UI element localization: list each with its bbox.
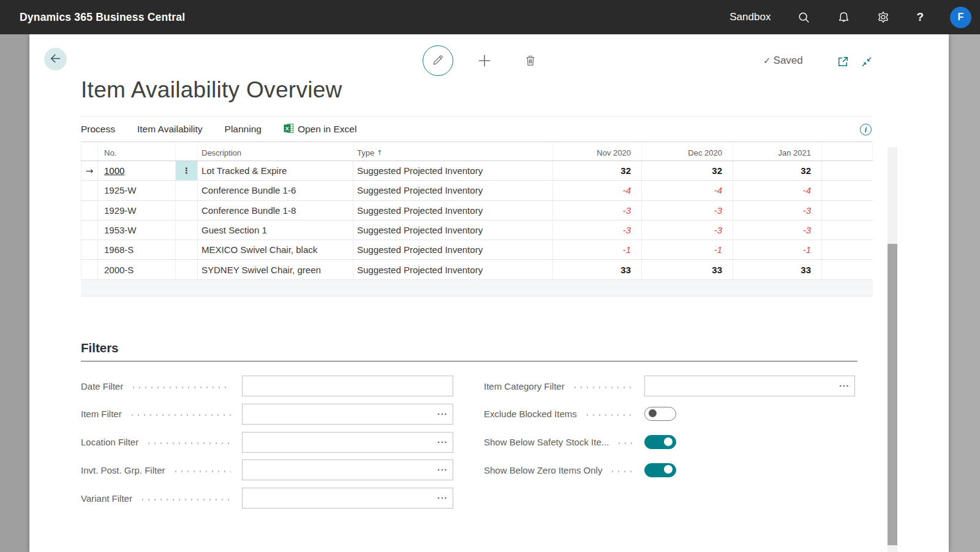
- filter-row-invt-post-grp: Invt. Post. Grp. Filter ...: [81, 459, 453, 480]
- cell-description[interactable]: Guest Section 1: [198, 221, 353, 240]
- toggle-knob: [664, 437, 673, 446]
- column-header-jan-2021[interactable]: Jan 2021: [733, 145, 822, 161]
- lookup-ellipsis-icon[interactable]: ...: [437, 434, 448, 445]
- cell-description[interactable]: Lot Tracked & Expire: [198, 161, 353, 180]
- cell-nov[interactable]: -3: [553, 201, 642, 220]
- cell-dec[interactable]: 32: [642, 161, 733, 180]
- invt-post-grp-filter-input[interactable]: [242, 459, 453, 480]
- cell-type[interactable]: Suggested Projected Inventory: [353, 181, 553, 200]
- help-icon[interactable]: ?: [916, 10, 924, 24]
- edit-pencil-button[interactable]: [423, 45, 453, 76]
- cell-no[interactable]: 1000: [98, 161, 176, 180]
- cell-type[interactable]: Suggested Projected Inventory: [353, 161, 553, 180]
- active-row-indicator: →: [81, 161, 98, 180]
- cell-dec[interactable]: -3: [642, 201, 733, 220]
- column-header-type[interactable]: Type ↑: [353, 145, 553, 161]
- exclude-blocked-items-toggle[interactable]: [644, 407, 676, 421]
- page-title: Item Availability Overview: [81, 77, 342, 103]
- collapse-icon[interactable]: [858, 54, 875, 71]
- trash-icon: [524, 54, 537, 69]
- column-header-dec-2020[interactable]: Dec 2020: [642, 145, 733, 161]
- delete-trash-button[interactable]: [522, 53, 539, 70]
- cell-no[interactable]: 1953-W: [98, 221, 176, 240]
- location-filter-input[interactable]: [242, 432, 453, 453]
- scrollbar-thumb[interactable]: [888, 244, 897, 545]
- info-icon[interactable]: i: [860, 124, 872, 135]
- pencil-icon: [431, 53, 445, 69]
- collapse-arrows-icon: [861, 56, 873, 70]
- dotted-leader: [140, 499, 231, 501]
- menu-item-planning[interactable]: Planning: [225, 124, 262, 135]
- back-button[interactable]: [44, 48, 67, 70]
- column-header-no[interactable]: No.: [98, 145, 176, 161]
- date-filter-input[interactable]: [242, 376, 453, 396]
- cell-jan[interactable]: -3: [733, 201, 822, 220]
- settings-gear-icon[interactable]: [876, 10, 890, 24]
- cell-nov[interactable]: 32: [553, 161, 642, 180]
- cell-no[interactable]: 2000-S: [98, 260, 176, 279]
- filters-right-column: Item Category Filter ... Exclude Blocked…: [484, 376, 855, 488]
- variant-filter-input[interactable]: [242, 488, 453, 509]
- notifications-bell-icon[interactable]: [837, 10, 850, 24]
- cell-type[interactable]: Suggested Projected Inventory: [353, 201, 553, 220]
- cell-type[interactable]: Suggested Projected Inventory: [353, 221, 553, 240]
- cell-type[interactable]: Suggested Projected Inventory: [353, 240, 553, 259]
- saved-check-icon: ✓: [763, 55, 771, 66]
- item-filter-input[interactable]: [242, 404, 453, 425]
- location-filter-label: Location Filter: [81, 437, 138, 447]
- column-header-description[interactable]: Description: [198, 145, 353, 161]
- lookup-ellipsis-icon[interactable]: ...: [839, 378, 850, 388]
- menu-item-process[interactable]: Process: [81, 124, 115, 135]
- open-in-new-window-button[interactable]: [834, 54, 851, 71]
- cell-dec[interactable]: -3: [642, 221, 733, 240]
- cell-description[interactable]: MEXICO Swivel Chair, black: [198, 240, 353, 259]
- vertical-scrollbar[interactable]: [888, 147, 897, 552]
- item-availability-grid: No. Description Type ↑ Nov 2020 Dec 2020…: [81, 145, 873, 297]
- open-in-excel-label: Open in Excel: [298, 124, 357, 135]
- cell-dec[interactable]: -4: [642, 181, 733, 200]
- cell-jan[interactable]: -3: [733, 221, 822, 240]
- cell-no[interactable]: 1925-W: [98, 181, 176, 200]
- show-below-zero-items-toggle[interactable]: [644, 463, 676, 477]
- menu-item-open-in-excel[interactable]: X Open in Excel: [284, 123, 357, 136]
- cell-no[interactable]: 1929-W: [98, 201, 176, 220]
- dotted-leader: [572, 387, 633, 388]
- dotted-leader: [584, 414, 633, 416]
- new-plus-button[interactable]: [476, 53, 493, 70]
- saved-label: Saved: [774, 55, 803, 67]
- table-row: → 1000 ⋮ Lot Tracked & Expire Suggested …: [81, 161, 873, 181]
- cell-dec[interactable]: 33: [642, 260, 733, 279]
- app-title[interactable]: Dynamics 365 Business Central: [20, 11, 185, 24]
- cell-jan[interactable]: 33: [733, 260, 822, 279]
- cell-nov[interactable]: -3: [553, 221, 642, 240]
- cell-nov[interactable]: -4: [553, 181, 642, 200]
- popout-icon: [837, 55, 850, 70]
- show-below-safety-stock-toggle[interactable]: [644, 435, 676, 449]
- cell-nov[interactable]: 33: [553, 260, 642, 279]
- cell-jan[interactable]: 32: [733, 161, 822, 180]
- search-icon[interactable]: [797, 10, 810, 24]
- lookup-ellipsis-icon[interactable]: ...: [437, 490, 448, 501]
- cell-jan[interactable]: -1: [733, 240, 822, 259]
- lookup-ellipsis-icon[interactable]: ...: [437, 462, 448, 472]
- column-header-nov-2020[interactable]: Nov 2020: [553, 145, 642, 161]
- cell-description[interactable]: SYDNEY Swivel Chair, green: [198, 260, 353, 279]
- item-no-link[interactable]: 1000: [104, 165, 124, 176]
- filters-left-column: Date Filter Item Filter ... Location Fil…: [81, 376, 453, 516]
- cell-description[interactable]: Conference Bundle 1-8: [198, 201, 353, 220]
- environment-name[interactable]: Sandbox: [729, 11, 771, 23]
- lookup-ellipsis-icon[interactable]: ...: [437, 406, 448, 417]
- cell-nov[interactable]: -1: [553, 240, 642, 259]
- item-category-filter-input[interactable]: [644, 376, 855, 396]
- row-context-menu-button[interactable]: ⋮: [176, 161, 198, 180]
- item-category-filter-label: Item Category Filter: [484, 381, 565, 391]
- cell-jan[interactable]: -4: [733, 181, 822, 200]
- cell-description[interactable]: Conference Bundle 1-6: [198, 181, 353, 200]
- cell-dec[interactable]: -1: [642, 240, 733, 259]
- cell-type[interactable]: Suggested Projected Inventory: [353, 260, 553, 279]
- menu-item-item-availability[interactable]: Item Availability: [137, 124, 203, 135]
- top-navigation-bar: Dynamics 365 Business Central Sandbox ? …: [0, 0, 980, 34]
- avatar[interactable]: F: [950, 7, 971, 28]
- filters-section-title[interactable]: Filters: [81, 341, 119, 355]
- cell-no[interactable]: 1968-S: [98, 240, 176, 259]
